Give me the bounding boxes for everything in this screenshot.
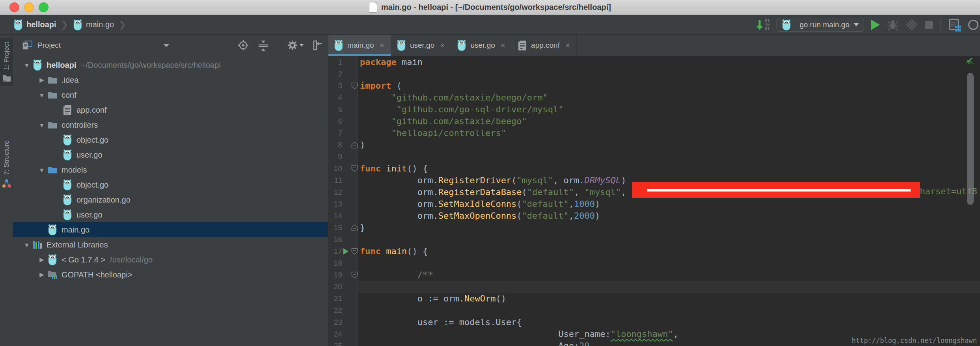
search-everywhere-button[interactable]	[968, 20, 978, 30]
tree-item-models[interactable]: ▼models	[13, 162, 328, 177]
editor-tab-main.go[interactable]: main.go×	[328, 35, 391, 56]
editor-gutter: 9	[328, 151, 358, 163]
editor-tab-user.go[interactable]: user.go×	[451, 35, 512, 56]
code-text: "helloapi/controllers"	[358, 127, 506, 139]
watermark: http://blog.csdn.net/loongshawn	[852, 337, 977, 344]
gopher-icon	[63, 209, 72, 221]
gopher-icon	[457, 40, 466, 51]
editor-gutter: 2	[328, 68, 358, 80]
fold-marker-icon[interactable]	[351, 141, 358, 149]
tree-item-path: /usr/local/go	[110, 255, 153, 264]
close-tab-icon[interactable]: ×	[380, 41, 384, 50]
hide-icon	[312, 40, 322, 51]
file-icon	[518, 40, 527, 51]
hide-panel-button[interactable]	[312, 40, 322, 51]
tree-item-helloapi[interactable]: ▼helloapi~/Documents/go/workspace/src/he…	[13, 58, 328, 73]
close-tab-icon[interactable]: ×	[565, 41, 570, 50]
breadcrumb-label: helloapi	[26, 20, 56, 29]
editor-gutter: 22	[328, 305, 358, 316]
close-tab-icon[interactable]: ×	[440, 41, 445, 50]
editor-gutter: 21	[328, 293, 358, 305]
collapse-all-button[interactable]	[257, 40, 269, 51]
tree-item-label: organization.go	[76, 195, 130, 205]
tool-windows-button[interactable]	[948, 18, 961, 32]
line-number: 25	[334, 342, 342, 346]
code-text: o := orm.NewOrm()	[358, 293, 506, 305]
fold-marker-icon[interactable]	[351, 248, 358, 255]
tree-expanded-chevron-icon[interactable]: ▼	[22, 62, 32, 69]
run-configuration-select[interactable]: go run main.go	[777, 18, 864, 32]
tree-expanded-chevron-icon[interactable]: ▼	[37, 92, 47, 99]
editor-gutter: 7	[328, 127, 358, 139]
sidebar-tab-structure[interactable]: 7: Structure	[0, 136, 13, 192]
code-text: func init() {	[358, 163, 428, 175]
editor-gutter: 5	[328, 104, 358, 115]
tree-item-label: < Go 1.7.4 >	[61, 255, 105, 264]
tree-item-conf[interactable]: ▼conf	[13, 87, 328, 102]
tree-item-controllers[interactable]: ▼controllers	[13, 117, 328, 132]
tree-item-.idea[interactable]: ▶.idea	[13, 73, 328, 87]
tree-expanded-chevron-icon[interactable]: ▼	[37, 167, 47, 173]
tree-collapsed-chevron-icon[interactable]: ▶	[37, 271, 47, 278]
editor-gutter: 3	[328, 80, 358, 92]
tree-item-object.go[interactable]: object.go	[13, 132, 328, 147]
tree-item--go-1.7.4-[interactable]: ▶< Go 1.7.4 >/usr/local/go	[13, 252, 328, 267]
gopher-icon	[781, 19, 792, 30]
editor-tab-label: app.conf	[531, 41, 560, 50]
code-text: /**	[358, 269, 433, 281]
line-number: 15	[334, 223, 342, 232]
fold-marker-icon[interactable]	[351, 272, 358, 279]
tree-expanded-chevron-icon[interactable]: ▼	[22, 242, 32, 248]
breadcrumb-item-helloapi[interactable]: helloapi	[12, 18, 58, 32]
locate-file-button[interactable]	[238, 40, 249, 51]
tree-item-app.conf[interactable]: app.conf	[13, 102, 328, 117]
editor-tab-app.conf[interactable]: app.conf×	[512, 35, 577, 56]
inspection-ok-icon[interactable]: ✔∿∿	[966, 57, 974, 66]
run-with-coverage-button[interactable]	[906, 19, 918, 31]
code-text: "github.com/astaxie/beego"	[358, 115, 527, 127]
code-editor[interactable]: 1package main23import (4 "github.com/ast…	[328, 56, 980, 346]
debug-button[interactable]	[887, 19, 899, 31]
tree-item-label: app.conf	[76, 106, 107, 115]
line-number: 8	[338, 141, 342, 149]
run-line-marker-icon[interactable]	[343, 248, 348, 255]
editor-tab-user.go[interactable]: user.go×	[391, 35, 452, 56]
tree-item-organization.go[interactable]: organization.go	[13, 192, 328, 207]
breadcrumb-item-main.go[interactable]: main.go	[71, 18, 116, 32]
tree-item-user.go[interactable]: user.go	[13, 147, 328, 162]
line-number: 10	[334, 164, 342, 173]
line-number: 9	[338, 153, 342, 161]
left-tool-window-strip: 1: Project 7: Structure	[0, 35, 13, 346]
tree-item-gopath-helloapi-[interactable]: ▶GOPATH <helloapi>	[13, 267, 328, 282]
run-button[interactable]	[871, 20, 880, 30]
gopher-icon	[397, 39, 406, 51]
panel-settings-button[interactable]	[287, 40, 304, 51]
fold-marker-icon[interactable]	[351, 165, 358, 172]
tree-collapsed-chevron-icon[interactable]: ▶	[37, 256, 47, 263]
tree-item-user.go[interactable]: user.go	[13, 207, 328, 222]
tree-collapsed-chevron-icon[interactable]: ▶	[37, 76, 47, 84]
tree-expanded-chevron-icon[interactable]: ▼	[37, 122, 47, 128]
stop-button[interactable]	[925, 21, 933, 29]
editor-gutter: 17	[328, 246, 358, 257]
code-line-13: 13 orm.SetMaxIdleConns("default",1000)	[328, 198, 980, 210]
tree-item-main.go[interactable]: main.go	[13, 222, 328, 237]
collapse-all-icon	[257, 40, 269, 51]
folder-icon	[47, 74, 58, 86]
editor-scrollbar-thumb[interactable]	[967, 73, 974, 205]
toolbar-separator	[940, 18, 941, 32]
project-folder-icon	[2, 74, 11, 82]
chevron-down-icon[interactable]	[163, 44, 170, 47]
code-line-6: 6 "github.com/astaxie/beego"	[328, 115, 980, 127]
vcs-update-widget[interactable]: 011001	[756, 19, 769, 31]
fold-marker-icon[interactable]	[351, 82, 358, 89]
code-text: orm.RegisterDataBase("default", "mysql",	[358, 186, 632, 198]
tree-item-object.go[interactable]: object.go	[13, 177, 328, 192]
sidebar-tab-project[interactable]: 1: Project	[0, 38, 13, 86]
gopher-icon	[457, 39, 466, 51]
tree-item-external-libraries[interactable]: ▼External Libraries	[13, 237, 328, 252]
fold-marker-icon[interactable]	[351, 224, 358, 231]
close-tab-icon[interactable]: ×	[501, 41, 505, 50]
tree-item-label: helloapi	[47, 61, 76, 70]
panel-header-separator	[278, 40, 278, 51]
